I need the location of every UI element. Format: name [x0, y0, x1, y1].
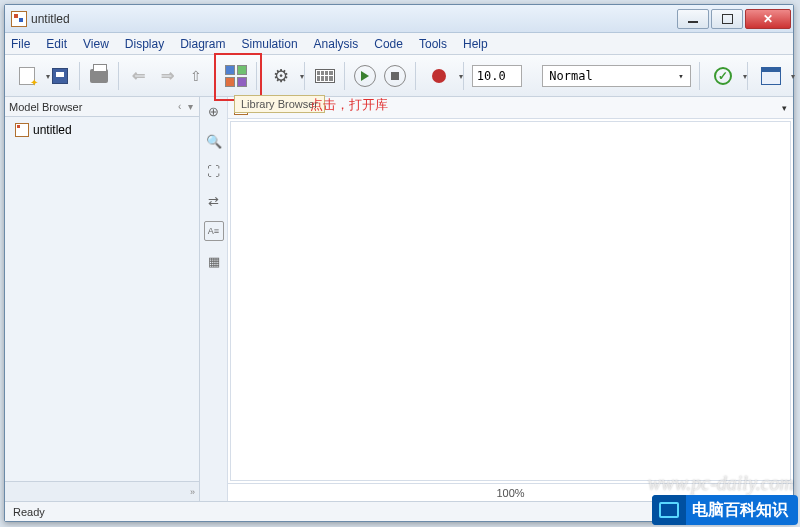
- toggle-perspective-button[interactable]: ⇄: [204, 191, 224, 211]
- image-button[interactable]: ▦: [204, 251, 224, 271]
- model-explorer-button[interactable]: [313, 63, 336, 89]
- menu-edit[interactable]: Edit: [46, 37, 67, 51]
- config-button[interactable]: ⚙: [265, 63, 296, 89]
- watermark: www.pc-daily.com: [648, 472, 794, 495]
- menu-analysis[interactable]: Analysis: [314, 37, 359, 51]
- record-button[interactable]: [424, 63, 455, 89]
- run-button[interactable]: [353, 63, 377, 89]
- menu-diagram[interactable]: Diagram: [180, 37, 225, 51]
- titlebar: untitled: [5, 5, 793, 33]
- minimize-button[interactable]: [677, 9, 709, 29]
- print-button[interactable]: [88, 63, 111, 89]
- model-browser-panel: Model Browser ‹ ▾ untitled »: [5, 97, 200, 501]
- simulation-mode-select[interactable]: Normal: [542, 65, 690, 87]
- model-icon: [15, 123, 29, 137]
- new-button[interactable]: [11, 63, 42, 89]
- grid-icon: [315, 69, 335, 83]
- canvas-toolbar: ⊕ 🔍 ⛶ ⇄ A≡ ▦: [200, 97, 228, 501]
- menu-tools[interactable]: Tools: [419, 37, 447, 51]
- close-button[interactable]: [745, 9, 791, 29]
- nav-target-button[interactable]: ⊕: [204, 101, 224, 121]
- back-button[interactable]: ⇐: [127, 63, 150, 89]
- annotation-button[interactable]: A≡: [204, 221, 224, 241]
- zoom-button[interactable]: 🔍: [204, 131, 224, 151]
- up-button[interactable]: ⇧: [185, 63, 208, 89]
- site-logo: 电脑百科知识: [652, 495, 798, 525]
- save-button[interactable]: [48, 63, 71, 89]
- annotation-text: 点击，打开库: [310, 96, 388, 114]
- check-icon: ✓: [714, 67, 732, 85]
- play-icon: [354, 65, 376, 87]
- main-window: untitled File Edit View Display Diagram …: [4, 4, 794, 522]
- status-text: Ready: [13, 506, 45, 518]
- menubar: File Edit View Display Diagram Simulatio…: [5, 33, 793, 55]
- calendar-icon: [761, 67, 781, 85]
- panel-resize-icon[interactable]: »: [190, 487, 195, 497]
- up-icon: ⇧: [190, 68, 202, 84]
- model-browser-header: Model Browser ‹ ▾: [5, 97, 199, 117]
- stop-icon: [384, 65, 406, 87]
- new-icon: [19, 67, 35, 85]
- menu-view[interactable]: View: [83, 37, 109, 51]
- library-icon: [225, 65, 247, 87]
- library-browser-button[interactable]: [224, 63, 248, 89]
- menu-display[interactable]: Display: [125, 37, 164, 51]
- tree-root-item[interactable]: untitled: [7, 121, 197, 139]
- update-diagram-button[interactable]: ✓: [708, 63, 739, 89]
- print-icon: [90, 69, 108, 83]
- stop-time-input[interactable]: [472, 65, 522, 87]
- gear-icon: ⚙: [273, 65, 289, 87]
- menu-help[interactable]: Help: [463, 37, 488, 51]
- stop-button[interactable]: [383, 63, 407, 89]
- schedule-button[interactable]: [756, 63, 787, 89]
- maximize-button[interactable]: [711, 9, 743, 29]
- forward-button[interactable]: ⇒: [156, 63, 179, 89]
- panel-controls[interactable]: ‹ ▾: [178, 101, 195, 112]
- save-icon: [52, 68, 68, 84]
- menu-simulation[interactable]: Simulation: [242, 37, 298, 51]
- window-title: untitled: [31, 12, 70, 26]
- fit-button[interactable]: ⛶: [204, 161, 224, 181]
- record-icon: [432, 69, 446, 83]
- menu-code[interactable]: Code: [374, 37, 403, 51]
- app-icon: [11, 11, 27, 27]
- toolbar: ⇐ ⇒ ⇧ ⚙ Normal ✓: [5, 55, 793, 97]
- menu-file[interactable]: File: [11, 37, 30, 51]
- forward-icon: ⇒: [161, 66, 174, 85]
- diagram-canvas[interactable]: [230, 121, 791, 481]
- back-icon: ⇐: [132, 66, 145, 85]
